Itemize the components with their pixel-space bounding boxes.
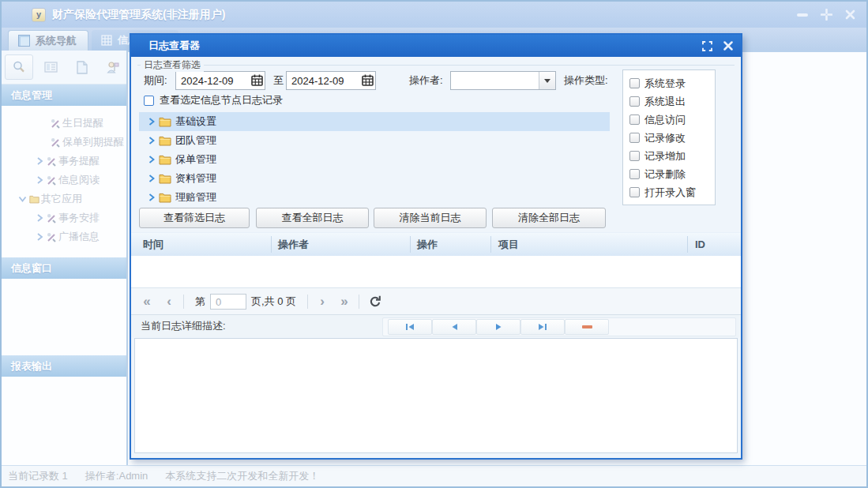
column-divider xyxy=(271,236,272,253)
tools-icon xyxy=(47,232,57,242)
nav-tab-icon xyxy=(18,35,30,47)
tree-item-policy-mgmt[interactable]: 保单管理 xyxy=(139,150,610,169)
checkbox[interactable] xyxy=(629,133,640,143)
chevron-right-icon xyxy=(35,233,45,241)
type-option-open-entry[interactable]: 打开录入窗 xyxy=(629,183,715,201)
chevron-right-icon[interactable] xyxy=(148,175,155,182)
dialog-titlebar[interactable]: 日志查看器 xyxy=(131,35,741,57)
type-option-label: 系统登录 xyxy=(644,77,686,91)
user-icon[interactable] xyxy=(100,55,127,79)
tab-label: 系统导航 xyxy=(36,34,77,48)
app-window: y 财产保险代理管理系统(非注册用户) 系统导航 信息 xyxy=(0,0,868,488)
sidebar-section-info: 信息管理 xyxy=(2,84,126,106)
to-label: 至 xyxy=(273,73,284,88)
app-icon: y xyxy=(32,8,46,22)
dialog-title: 日志查看器 xyxy=(131,39,200,53)
col-time[interactable]: 时间 xyxy=(143,233,163,256)
combo-dropdown-icon[interactable] xyxy=(539,72,555,89)
last-page-icon[interactable]: » xyxy=(336,294,352,310)
type-option-login[interactable]: 系统登录 xyxy=(629,74,715,92)
checkbox[interactable] xyxy=(629,114,640,125)
sidebar-item-birthday[interactable]: 生日提醒 xyxy=(2,114,126,133)
type-option-access[interactable]: 信息访问 xyxy=(629,111,715,129)
tree-item-label: 资料管理 xyxy=(175,171,216,186)
next-record-button[interactable] xyxy=(476,319,520,335)
clear-all-logs-button[interactable]: 清除全部日志 xyxy=(492,208,606,228)
first-record-icon xyxy=(405,323,415,331)
document-icon[interactable] xyxy=(69,55,96,79)
chevron-right-icon[interactable] xyxy=(148,118,155,126)
checkbox[interactable] xyxy=(629,169,640,179)
calendar-icon[interactable] xyxy=(362,74,374,86)
type-option-label: 记录删除 xyxy=(644,167,686,182)
tab-system-nav[interactable]: 系统导航 xyxy=(8,30,88,51)
period-label: 期间: xyxy=(144,73,167,88)
status-operator: 操作者:Admin xyxy=(85,469,148,483)
log-detail-textarea[interactable] xyxy=(134,338,738,453)
chevron-right-icon[interactable] xyxy=(148,156,155,163)
chevron-right-icon[interactable] xyxy=(148,193,155,201)
sidebar-section-report: 报表输出 xyxy=(2,355,126,377)
maximize-dialog-icon[interactable] xyxy=(702,41,712,51)
operator-combo[interactable] xyxy=(450,71,556,90)
sidebar-item-label: 事务安排 xyxy=(58,211,100,225)
next-record-icon xyxy=(495,323,502,331)
col-item[interactable]: 项目 xyxy=(498,233,519,256)
type-option-label: 系统退出 xyxy=(644,95,686,109)
window-titlebar: y 财产保险代理管理系统(非注册用户) xyxy=(2,2,866,28)
last-record-button[interactable] xyxy=(520,319,565,335)
col-id[interactable]: ID xyxy=(695,233,705,256)
chevron-right-icon[interactable] xyxy=(148,137,155,145)
folder-icon xyxy=(159,136,171,146)
checkbox[interactable] xyxy=(629,78,640,88)
page-number-input[interactable] xyxy=(210,294,246,310)
type-option-delete[interactable]: 记录删除 xyxy=(629,165,715,183)
clear-current-log-button[interactable]: 清除当前日志 xyxy=(374,208,487,228)
col-operator[interactable]: 操作者 xyxy=(278,233,309,256)
view-all-logs-button[interactable]: 查看全部日志 xyxy=(256,208,369,228)
node-filter-row[interactable]: 查看选定信息节点日志记录 xyxy=(144,93,283,107)
sidebar-item-other-apps[interactable]: 其它应用 xyxy=(2,190,126,208)
pager-divider xyxy=(183,295,184,309)
prev-record-button[interactable] xyxy=(432,319,476,335)
node-filter-checkbox[interactable] xyxy=(144,96,154,106)
minimize-icon[interactable] xyxy=(795,8,810,22)
operator-input[interactable] xyxy=(451,72,544,89)
sidebar-item-info-read[interactable]: 信息阅读 xyxy=(2,171,126,190)
tree-item-team-mgmt[interactable]: 团队管理 xyxy=(139,131,610,150)
first-record-button[interactable] xyxy=(388,319,432,335)
next-page-icon[interactable]: › xyxy=(314,294,330,310)
grid-icon xyxy=(101,35,112,46)
status-record-count: 当前记录数 1 xyxy=(8,469,68,483)
log-table-body xyxy=(131,256,741,287)
close-dialog-icon[interactable] xyxy=(723,41,733,51)
calendar-icon[interactable] xyxy=(251,74,263,86)
type-option-logout[interactable]: 系统退出 xyxy=(629,92,715,111)
checkbox[interactable] xyxy=(629,151,640,161)
sidebar-item-task-remind[interactable]: 事务提醒 xyxy=(2,152,126,171)
tree-item-basic-settings[interactable]: 基础设置 xyxy=(139,112,610,131)
close-window-icon[interactable] xyxy=(843,8,857,22)
type-option-modify[interactable]: 记录修改 xyxy=(629,129,715,147)
minus-icon xyxy=(582,325,592,328)
sidebar-item-task-schedule[interactable]: 事务安排 xyxy=(2,208,126,227)
form-list-icon[interactable] xyxy=(38,55,65,79)
col-action[interactable]: 操作 xyxy=(417,233,438,256)
delete-record-button[interactable] xyxy=(565,319,609,335)
first-page-icon[interactable]: « xyxy=(139,294,155,310)
sidebar-item-broadcast[interactable]: 广播信息 xyxy=(2,227,126,246)
type-option-add[interactable]: 记录增加 xyxy=(629,147,715,165)
tree-item-label: 理赔管理 xyxy=(175,190,216,205)
checkbox[interactable] xyxy=(629,96,640,107)
tree-item-claims-mgmt[interactable]: 理赔管理 xyxy=(139,188,610,207)
prev-page-icon[interactable]: ‹ xyxy=(161,294,177,310)
pagination-bar: « ‹ 第 页,共 0 页 › » xyxy=(131,287,741,315)
tree-item-data-mgmt[interactable]: 资料管理 xyxy=(139,169,610,188)
refresh-icon[interactable] xyxy=(369,295,382,308)
view-filtered-logs-button[interactable]: 查看筛选日志 xyxy=(139,208,250,228)
sidebar-msg-panel xyxy=(2,279,126,355)
checkbox[interactable] xyxy=(629,187,640,197)
restore-icon[interactable] xyxy=(819,8,833,22)
search-icon[interactable] xyxy=(5,54,33,80)
sidebar-item-policy-due[interactable]: 保单到期提醒 xyxy=(2,133,126,152)
